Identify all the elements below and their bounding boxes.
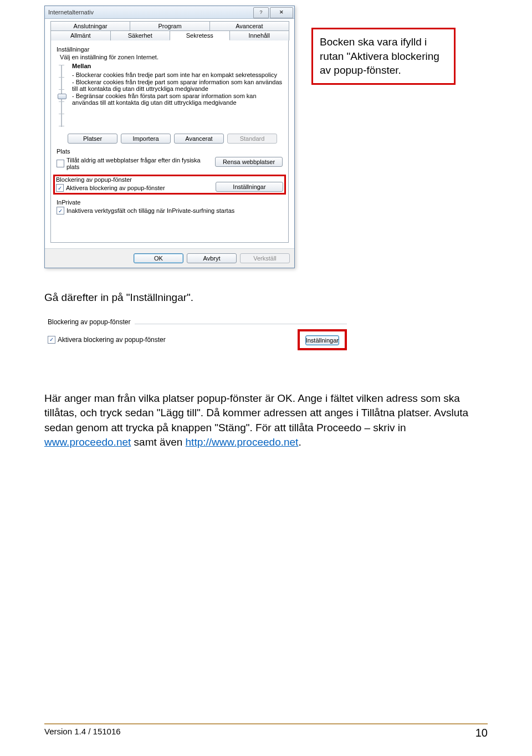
privacy-level-label: Mellan	[72, 63, 283, 69]
avancerat-button[interactable]: Avancerat	[174, 134, 224, 144]
help-button[interactable]: ?	[253, 7, 269, 18]
tabs-row-1: Anslutningar Program Avancerat	[50, 21, 289, 30]
privacy-level-description: - Blockerar cookies från tredje part som…	[72, 71, 283, 106]
tab-sakerhet[interactable]: Säkerhet	[110, 30, 171, 40]
popup-section-highlight: Blockering av popup-fönster ✓ Aktivera b…	[53, 175, 286, 195]
popup-snippet-title: Blockering av popup-fönster	[48, 318, 130, 326]
dialog-title: Internetalternativ	[48, 9, 253, 16]
internet-options-dialog: Internetalternativ ? ✕ Anslutningar Prog…	[44, 6, 295, 268]
inprivate-checkbox-label: Inaktivera verktygsfält och tillägg när …	[66, 207, 234, 214]
tab-allmant[interactable]: Allmänt	[50, 30, 111, 40]
popup-checkbox[interactable]: ✓	[56, 184, 64, 192]
plats-heading: Plats	[57, 148, 283, 155]
snippet-button-highlight: Inställningar	[298, 329, 347, 350]
page-number: 10	[475, 727, 488, 739]
inprivate-checkbox[interactable]: ✓	[57, 207, 64, 214]
paragraph-1: Gå därefter in på "Inställningar".	[44, 290, 488, 305]
inprivate-heading: InPrivate	[57, 199, 283, 206]
popup-checkbox-label: Aktivera blockering av popup-fönster	[66, 185, 165, 191]
tab-avancerat[interactable]: Avancerat	[209, 21, 289, 30]
link-proceedo-1[interactable]: www.proceedo.net	[44, 436, 131, 448]
paragraph-2: Här anger man från vilka platser popup-f…	[44, 391, 488, 450]
zone-text: Välj en inställning för zonen Internet.	[60, 54, 283, 60]
ok-button[interactable]: OK	[134, 253, 183, 263]
cancel-button[interactable]: Avbryt	[187, 253, 237, 263]
plats-checkbox[interactable]	[57, 160, 64, 167]
tabs-row-2: Allmänt Säkerhet Sekretess Innehåll	[50, 30, 289, 40]
tab-anslutningar[interactable]: Anslutningar	[50, 21, 130, 30]
popup-snippet: Blockering av popup-fönster ✓ Aktivera b…	[44, 316, 350, 353]
tab-sekretess[interactable]: Sekretess	[170, 30, 230, 40]
snippet-checkbox[interactable]: ✓	[48, 336, 55, 344]
snippet-installningar-button[interactable]: Inställningar	[305, 335, 339, 345]
rensa-webbplatser-button[interactable]: Rensa webbplatser	[215, 157, 283, 167]
tab-program[interactable]: Program	[130, 21, 209, 30]
popup-heading: Blockering av popup-fönster	[56, 176, 165, 183]
link-proceedo-2[interactable]: http://www.proceedo.net	[186, 436, 299, 448]
close-button[interactable]: ✕	[270, 7, 293, 18]
page-footer: Version 1.4 / 151016 10	[44, 719, 488, 739]
footer-version: Version 1.4 / 151016	[44, 727, 121, 739]
standard-button: Standard	[227, 134, 277, 144]
callout-box: Bocken ska vara ifylld i rutan "Aktivera…	[311, 28, 456, 85]
dialog-titlebar[interactable]: Internetalternativ ? ✕	[45, 6, 294, 19]
importera-button[interactable]: Importera	[121, 134, 171, 144]
tab-innehall[interactable]: Innehåll	[229, 30, 290, 40]
platser-button[interactable]: Platser	[68, 134, 117, 144]
installningar-button[interactable]: Inställningar	[216, 182, 283, 192]
settings-heading: Inställningar	[57, 46, 283, 53]
snippet-checkbox-label: Aktivera blockering av popup-fönster	[58, 336, 166, 344]
apply-button: Verkställ	[240, 253, 290, 263]
privacy-slider[interactable]	[57, 63, 66, 129]
plats-checkbox-label: Tillåt aldrig att webbplatser frågar eft…	[66, 157, 211, 170]
